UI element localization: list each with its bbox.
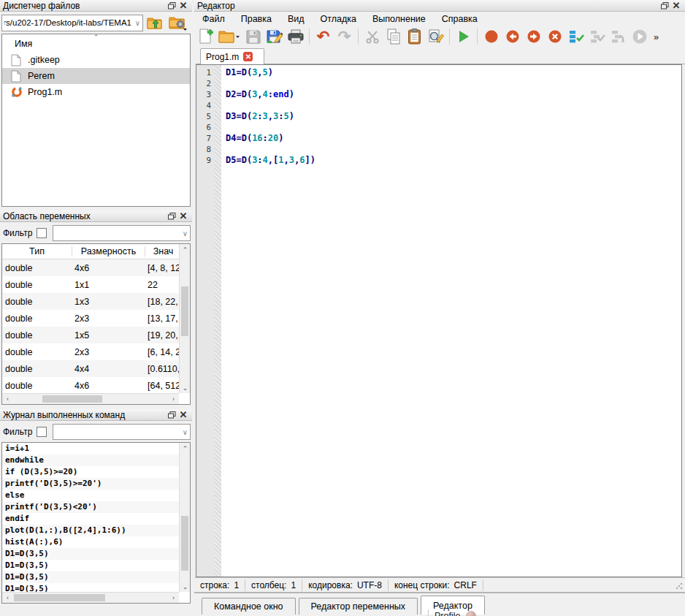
scroll-left-icon[interactable]: ‹ (2, 593, 13, 604)
variable-row[interactable]: double2x3[13, 17, 2 (2, 310, 190, 327)
breakpoint-cell[interactable] (215, 144, 221, 155)
undock-icon[interactable] (166, 1, 177, 11)
scroll-down-icon[interactable]: ⌄ (180, 382, 191, 393)
close-icon[interactable]: ✕ (670, 1, 682, 11)
line-number[interactable]: 6 (196, 122, 215, 133)
variable-row[interactable]: double1x3[18, 22, 2 (2, 293, 190, 310)
line-number[interactable]: 5 (196, 111, 215, 122)
save-as-button[interactable] (264, 27, 284, 46)
breakpoint-cell[interactable] (215, 78, 221, 89)
menu-выполнение[interactable]: Выполнение (364, 14, 434, 24)
breakpoint-cell[interactable] (215, 111, 221, 122)
breakpoint-cell[interactable] (215, 133, 221, 144)
resize-grip[interactable] (676, 582, 683, 590)
filter-checkbox[interactable] (37, 228, 47, 238)
scrollbar-thumb[interactable] (181, 286, 188, 336)
undo-button[interactable]: ↶ (313, 27, 333, 46)
breakpoint-cell[interactable] (215, 89, 221, 100)
bottom-tab-командное[interactable]: Командное окно (202, 598, 296, 615)
code-line[interactable]: 3D2=D(3,4:end) (196, 89, 681, 100)
horizontal-scrollbar[interactable]: ‹ › (2, 393, 179, 404)
line-number[interactable]: 9 (196, 155, 215, 166)
variable-row[interactable]: double2x3[6, 14, 26 (2, 343, 190, 360)
line-number[interactable]: 8 (196, 144, 215, 155)
next-breakpoint-button[interactable] (524, 27, 543, 46)
history-command[interactable]: printf('D(3,5)>=20') (2, 478, 179, 490)
variable-row[interactable]: double4x6[4, 8, 12, (2, 259, 190, 276)
cut-button[interactable] (362, 27, 382, 46)
tab-close-icon[interactable]: ✕ (243, 52, 253, 61)
filter-combobox[interactable]: ∨ (53, 225, 191, 241)
code-line[interactable]: 6 (196, 122, 681, 133)
open-file-button[interactable] (217, 27, 242, 46)
profiler-button[interactable]: Profile (421, 609, 476, 616)
menu-файл[interactable]: Файл (194, 14, 233, 24)
history-command[interactable]: hist(A(:),6) (2, 536, 179, 548)
history-command[interactable]: else (2, 490, 179, 501)
filter-checkbox[interactable] (37, 427, 47, 437)
scroll-down-icon[interactable]: ⌄ (180, 581, 191, 592)
toolbar-overflow-button[interactable]: » (651, 31, 659, 42)
history-command[interactable]: D1=D(3,5) (2, 548, 179, 560)
scroll-up-icon[interactable]: ⌃ (180, 244, 191, 255)
history-command[interactable]: printf('D(3,5)<20') (2, 501, 179, 513)
copy-button[interactable] (383, 27, 403, 46)
breakpoint-cell[interactable] (215, 155, 221, 166)
previous-breakpoint-button[interactable] (502, 27, 522, 46)
step-in-button[interactable] (587, 27, 607, 46)
col-value[interactable]: Знач (145, 246, 181, 256)
line-number[interactable]: 1 (196, 67, 215, 78)
code-line[interactable]: 8 (196, 144, 681, 155)
file-row[interactable]: Perem (2, 68, 190, 84)
vertical-scrollbar[interactable]: ⌃ ⌄ (179, 443, 190, 592)
chevron-down-icon[interactable]: ∨ (135, 19, 140, 27)
variable-row[interactable]: double4x4[0.6110, (2, 360, 190, 377)
scrollbar-thumb[interactable] (181, 516, 188, 571)
horizontal-scrollbar[interactable]: ‹ › (2, 592, 179, 603)
menu-правка[interactable]: Правка (233, 14, 280, 24)
folder-actions-button[interactable] (168, 14, 188, 31)
new-script-button[interactable] (196, 27, 215, 46)
tab-prog1[interactable]: Prog1.m ✕ (200, 48, 264, 64)
menu-справка[interactable]: Справка (434, 14, 486, 24)
history-command[interactable]: D1=D(3,5) (2, 560, 179, 571)
undock-icon[interactable] (166, 211, 177, 221)
line-number[interactable]: 3 (196, 89, 215, 100)
step-out-button[interactable] (608, 27, 628, 46)
line-number[interactable]: 7 (196, 133, 215, 144)
scroll-right-icon[interactable]: › (168, 394, 179, 405)
vertical-scrollbar[interactable]: ⌃ ⌄ (179, 244, 190, 393)
folder-up-button[interactable] (145, 14, 166, 31)
history-command[interactable]: i=i+1 (2, 443, 179, 455)
code-line[interactable]: 1D1=D(3,5) (196, 67, 681, 78)
breakpoint-cell[interactable] (215, 122, 221, 133)
code-line[interactable]: 7D4=D(16:20) (196, 133, 681, 144)
history-command[interactable]: plot(D(1,:),B([2,4],1:6)) (2, 525, 179, 536)
variable-row[interactable]: double1x122 (2, 276, 190, 293)
toggle-breakpoint-button[interactable] (481, 27, 501, 46)
variable-row[interactable]: double4x6[64, 512, (2, 377, 190, 394)
find-replace-button[interactable] (426, 27, 445, 46)
code-line[interactable]: 5D3=D(2:3,3:5) (196, 111, 681, 122)
breakpoint-cell[interactable] (215, 100, 221, 111)
line-number[interactable]: 4 (196, 100, 215, 111)
variables-table-header[interactable]: Тип Размерность Знач (2, 244, 190, 259)
code-line[interactable]: 9D5=D(3:4,[1,3,6]) (196, 155, 681, 166)
filter-combobox[interactable]: ∨ (53, 424, 191, 440)
run-button[interactable] (454, 27, 473, 46)
history-command[interactable]: endif (2, 513, 179, 525)
close-icon[interactable]: ✕ (177, 211, 189, 221)
close-icon[interactable]: ✕ (177, 1, 189, 11)
variable-row[interactable]: double1x5[19, 20, 2 (2, 327, 190, 343)
paste-button[interactable] (405, 27, 424, 46)
code-line[interactable]: 2 (196, 78, 681, 89)
bottom-tab-редактор[interactable]: Редактор переменных (299, 598, 418, 615)
col-type[interactable]: Тип (2, 246, 72, 256)
close-icon[interactable]: ✕ (177, 410, 189, 420)
scroll-right-icon[interactable]: › (168, 593, 179, 604)
scrollbar-thumb[interactable] (14, 594, 105, 601)
scroll-up-icon[interactable]: ⌃ (180, 443, 191, 454)
file-row[interactable]: .gitkeep (2, 52, 190, 68)
redo-button[interactable]: ↷ (334, 27, 354, 46)
code-line[interactable]: 4 (196, 100, 681, 111)
